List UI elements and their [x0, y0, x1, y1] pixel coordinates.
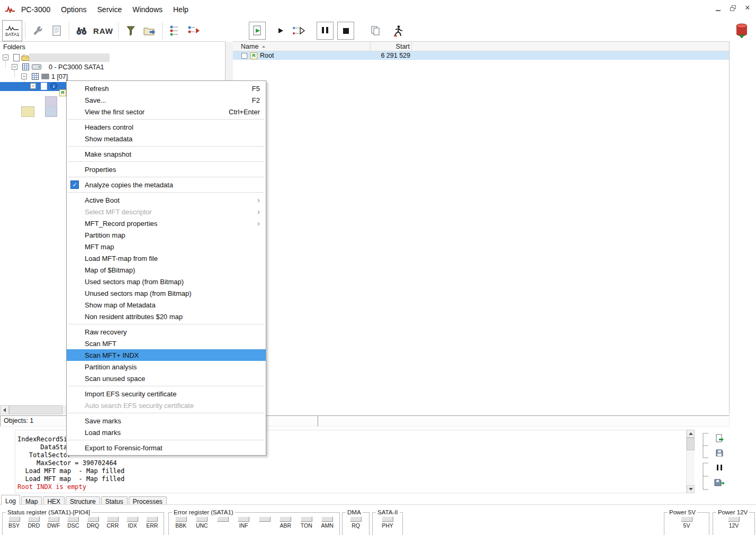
menu-item-partition-map[interactable]: Partition map	[67, 229, 266, 241]
menu-item-scan-mft-indx[interactable]: Scan MFT+ INDX	[67, 349, 266, 361]
menu-item-raw-recovery[interactable]: Raw recovery	[67, 326, 266, 338]
report-button[interactable]	[48, 21, 66, 41]
structure-map-button[interactable]	[166, 21, 184, 41]
run-selected-button[interactable]	[291, 21, 309, 41]
submenu-arrow-icon: ›	[257, 208, 260, 215]
menu-pc-3000[interactable]: PC-3000	[16, 3, 56, 16]
group-title: Error register (SATA1)	[172, 509, 235, 515]
export-log-button[interactable]	[714, 433, 725, 443]
restore-button[interactable]	[728, 4, 737, 12]
led-indicator	[217, 516, 229, 522]
menu-item-analyze-copies-the-metadata[interactable]: Analyze copies the metadata✓	[67, 179, 266, 191]
menu-item-save[interactable]: Save...F2	[67, 94, 266, 106]
column-header-name[interactable]: Name	[233, 42, 371, 51]
menu-item-view-the-first-sector[interactable]: View the first sectorCtrl+Enter	[67, 106, 266, 117]
scroll-down-button[interactable]	[687, 485, 695, 493]
menu-item-headers-control[interactable]: Headers control	[67, 121, 266, 133]
collapse-icon[interactable]	[21, 74, 27, 79]
scroll-left-button[interactable]	[0, 405, 9, 414]
collapse-icon[interactable]	[3, 55, 8, 60]
menu-item-show-map-of-metadata[interactable]: Show map of Metadata	[67, 299, 266, 311]
floppy-export-icon	[714, 478, 725, 487]
menu-item-unused-sectors-map-from-bitmap[interactable]: Unused sectors map (from Bitmap)	[67, 287, 266, 299]
menu-item-non-resident-attributes-20-map[interactable]: Non resident attributes $20 map	[67, 311, 266, 322]
tab-processes[interactable]: Processes	[129, 496, 167, 505]
scroll-up-button[interactable]	[687, 430, 695, 438]
tab-log[interactable]: Log	[1, 495, 20, 505]
menu-item-load-mft-map-from-file[interactable]: Load MFT-map from file	[67, 252, 266, 264]
row-start-value: 6 291 529	[371, 52, 410, 59]
funnel-icon	[125, 25, 136, 37]
search-button[interactable]	[73, 21, 91, 41]
tools-button[interactable]	[29, 21, 47, 41]
menu-item-properties[interactable]: Properties	[67, 164, 266, 175]
database-button[interactable]	[733, 21, 751, 41]
menu-windows[interactable]: Windows	[127, 3, 168, 16]
collapse-icon[interactable]	[12, 64, 17, 70]
sata1-port-button[interactable]: SATA1	[2, 20, 22, 41]
menu-item-mft-map[interactable]: MFT map	[67, 241, 266, 252]
tab-status[interactable]: Status	[101, 496, 128, 505]
led-idx: IDX	[124, 516, 140, 529]
copy-button[interactable]	[366, 21, 384, 41]
scrollbar-thumb[interactable]	[9, 405, 62, 414]
menu-item-scan-unused-space[interactable]: Scan unused space	[67, 373, 266, 384]
dma-group: DMA RQ	[342, 512, 370, 535]
pause-log-button[interactable]	[714, 463, 725, 473]
close-button[interactable]	[743, 4, 752, 12]
run-task-button[interactable]	[249, 22, 266, 40]
tree-item-pc3000-sata1[interactable]: 0 - PC3000 SATA1	[0, 63, 225, 72]
restore-icon	[730, 5, 736, 11]
tab-structure[interactable]: Structure	[66, 496, 100, 505]
menu-item-refresh[interactable]: RefreshF5	[67, 83, 266, 94]
menu-item-used-sectors-map-from-bitmap[interactable]: Used sectors map (from Bitmap)	[67, 276, 266, 287]
export-data-button[interactable]	[141, 21, 159, 41]
minimize-button[interactable]	[714, 4, 722, 12]
save-log-button[interactable]	[714, 448, 725, 458]
led-indicator	[127, 516, 138, 522]
tab-hex[interactable]: HEX	[43, 496, 65, 505]
disk-icon	[41, 73, 49, 80]
menu-item-make-snapshot[interactable]: Make snapshot	[67, 148, 266, 160]
led-indicator	[238, 516, 249, 522]
menu-item-load-marks[interactable]: Load marks	[67, 427, 266, 438]
menu-item-mft-record-properties[interactable]: MFT_Record properties›	[67, 217, 266, 229]
row-checkbox[interactable]	[241, 53, 247, 59]
collapse-icon[interactable]	[30, 83, 36, 89]
menu-item-partition-analysis[interactable]: Partition analysis	[67, 361, 266, 373]
column-header-start[interactable]: Start	[371, 42, 412, 51]
menu-options[interactable]: Options	[56, 3, 92, 16]
menu-item-active-boot[interactable]: Active Boot›	[67, 194, 266, 206]
raw-label: RAW	[93, 26, 113, 35]
led-indicator	[301, 516, 312, 522]
structure-run-button[interactable]	[185, 21, 203, 41]
pause-button[interactable]	[317, 22, 334, 40]
menu-separator	[68, 324, 265, 324]
filter-button[interactable]	[122, 21, 140, 41]
led-indicator	[67, 516, 79, 522]
process-button[interactable]	[389, 21, 407, 41]
menu-item-show-metadata[interactable]: Show metadata	[67, 133, 266, 144]
menu-service[interactable]: Service	[92, 3, 128, 16]
menu-item-scan-mft[interactable]: Scan MFT	[67, 338, 266, 349]
pc3000-logo-icon	[5, 6, 15, 13]
log-line: MaxSector = 390702464	[17, 459, 686, 467]
log-scrollbar[interactable]	[687, 430, 695, 493]
raw-mode-button[interactable]: RAW	[92, 21, 115, 41]
toolbar-separator	[118, 22, 119, 39]
table-row-root[interactable]: R Root 6 291 529	[233, 51, 729, 60]
save-map-button[interactable]	[714, 477, 725, 488]
menubar: PC-3000OptionsServiceWindowsHelp	[0, 0, 756, 19]
tab-map[interactable]: Map	[21, 496, 42, 505]
menu-help[interactable]: Help	[168, 3, 194, 16]
stop-button[interactable]	[337, 22, 354, 40]
menu-item-save-marks[interactable]: Save marks	[67, 415, 266, 427]
menu-item-map-of-bitmap[interactable]: Map of $Bitmap)	[67, 264, 266, 276]
menu-item-import-efs-security-certificate[interactable]: Import EFS security certificate	[67, 388, 266, 400]
play-button[interactable]	[272, 21, 290, 41]
scrollbar-thumb[interactable]	[687, 438, 695, 450]
tree-item-device-root[interactable]	[0, 53, 225, 62]
power5-group: Power 5V 5V	[664, 512, 709, 535]
menu-item-export-to-forensic-format[interactable]: Export to Forensic-format	[67, 442, 266, 454]
log-line: Load MFT map - Map filled	[17, 475, 686, 483]
